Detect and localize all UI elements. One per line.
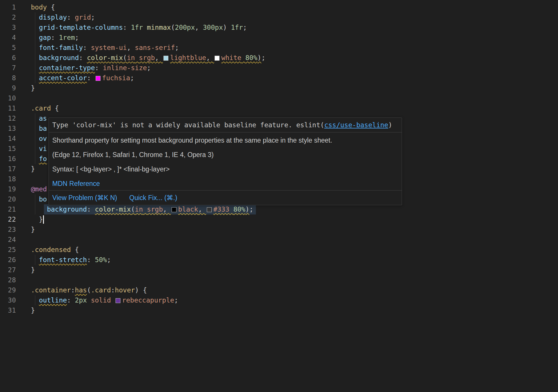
code-token: ; [261,54,265,61]
code-line[interactable]: 28 [0,275,558,285]
code-text: gap: 1rem; [16,33,79,43]
line-number[interactable]: 22 [0,214,16,225]
code-token: .container [31,286,71,294]
line-number[interactable]: 7 [0,63,16,73]
code-token: srgb [139,54,155,61]
code-token [31,145,39,152]
code-line[interactable]: 4 gap: 1rem; [0,33,558,43]
code-line[interactable]: 27} [0,265,558,275]
code-token [31,24,39,31]
line-number[interactable]: 31 [0,305,16,316]
line-number[interactable]: 9 [0,83,16,93]
code-line[interactable]: 6 background: color-mix(in srgb, lightbl… [0,53,558,63]
doc-description: Shorthand property for setting most back… [52,136,398,145]
line-number[interactable]: 10 [0,93,16,103]
mdn-reference-link[interactable]: MDN Reference [52,180,100,187]
code-line[interactable]: 24 [0,235,558,245]
color-swatch[interactable] [116,298,120,303]
line-number[interactable]: 2 [0,12,16,23]
code-token [143,24,147,31]
line-number[interactable]: 17 [0,164,16,174]
code-token [31,206,47,213]
code-line[interactable]: 7 container-type: inline-size; [0,63,558,73]
code-token: .condensed [31,246,71,253]
code-line[interactable]: 29.container:has(.card:hover) { [0,285,558,295]
code-token: ( [87,286,91,294]
warning-squiggle-range: outline [39,296,67,304]
diagnostic-rule-link[interactable]: css/use-baseline [324,121,388,129]
line-number[interactable]: 13 [0,124,16,134]
line-number[interactable]: 26 [0,255,16,265]
code-token [31,155,39,163]
code-line[interactable]: 23} [0,225,558,235]
quick-fix-action[interactable]: Quick Fix... (⌘.) [129,193,177,202]
code-line[interactable]: 5 font-family: system-ui, sans-serif; [0,43,558,53]
diagnostic-message: Type 'color-mix' is not a widely availab… [49,118,402,132]
code-token: background [39,54,79,61]
line-number[interactable]: 20 [0,194,16,204]
line-number[interactable]: 21 [0,204,16,214]
code-token: : [51,34,59,41]
hover-actions: View Problem (⌘K N) Quick Fix... (⌘.) [49,191,402,205]
line-number[interactable]: 16 [0,154,16,164]
line-number[interactable]: 14 [0,134,16,144]
line-number[interactable]: 8 [0,73,16,83]
code-line[interactable]: 9} [0,83,558,93]
code-line[interactable]: 3 grid-template-columns: 1fr minmax(200p… [0,23,558,33]
line-number[interactable]: 28 [0,275,16,285]
code-token: solid [91,296,111,304]
line-number[interactable]: 5 [0,43,16,53]
code-line[interactable]: 22 } [0,214,558,225]
line-number[interactable]: 3 [0,23,16,33]
code-line[interactable]: 21 background: color-mix(in srgb, black,… [0,204,558,214]
line-number[interactable]: 15 [0,144,16,154]
code-token: ( [171,24,175,31]
code-token: has [75,286,87,294]
code-line[interactable]: 31} [0,305,558,316]
doc-syntax: Syntax: [ <bg-layer> , ]* <final-bg-laye… [52,165,398,173]
code-line[interactable]: 1body { [0,2,558,12]
color-swatch[interactable] [96,76,101,81]
code-token: as [39,115,47,122]
line-number[interactable]: 24 [0,235,16,245]
code-line[interactable]: 30 outline: 2px solid rebeccapurple; [0,295,558,305]
line-number[interactable]: 30 [0,295,16,305]
line-number[interactable]: 25 [0,245,16,255]
line-number[interactable]: 11 [0,103,16,113]
code-token: body [31,3,47,11]
code-line[interactable]: 11.card { [0,103,558,113]
code-token: } [31,226,35,233]
line-number[interactable]: 6 [0,53,16,63]
color-swatch[interactable] [163,56,168,61]
line-number[interactable]: 29 [0,285,16,295]
code-text [16,235,31,245]
line-number[interactable]: 19 [0,184,16,194]
diagnostic-source-suffix: ) [388,121,392,129]
code-token: lightblue [170,54,206,61]
line-number[interactable]: 1 [0,2,16,12]
line-number[interactable]: 23 [0,225,16,235]
code-line[interactable]: 26 font-stretch: 50%; [0,255,558,265]
color-swatch[interactable] [172,207,176,212]
code-token: ; [249,206,253,213]
code-line[interactable]: 10 [0,93,558,103]
code-token: ) [257,54,261,61]
line-number[interactable]: 18 [0,174,16,184]
line-number[interactable]: 27 [0,265,16,275]
color-swatch[interactable] [215,56,220,61]
code-line[interactable]: 25.condensed { [0,245,558,255]
code-editor[interactable]: 1body {2 display: grid;3 grid-template-c… [0,0,558,392]
code-token [31,135,39,142]
line-number[interactable]: 4 [0,33,16,43]
color-swatch[interactable] [207,207,212,212]
line-number[interactable]: 12 [0,113,16,124]
view-problem-action[interactable]: View Problem (⌘K N) [52,193,117,202]
code-text: } [16,214,43,225]
code-line[interactable]: 2 display: grid; [0,12,558,23]
doc-browser-support: (Edge 12, Firefox 1, Safari 1, Chrome 1,… [52,150,398,159]
code-line[interactable]: 8 accent-color: fuchsia; [0,73,558,83]
code-text: } [16,225,35,235]
code-token: vi [39,145,47,152]
code-token: , [155,54,163,61]
code-text: accent-color: fuchsia; [16,73,134,83]
